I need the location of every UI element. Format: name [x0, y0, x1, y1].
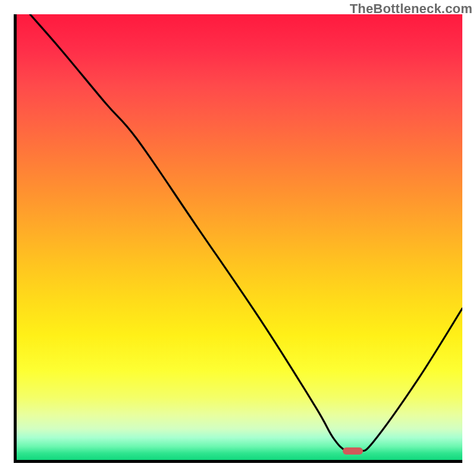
watermark-label: TheBottleneck.com	[350, 1, 472, 17]
chart-container: TheBottleneck.com	[0, 0, 476, 476]
axes-frame	[14, 14, 462, 463]
